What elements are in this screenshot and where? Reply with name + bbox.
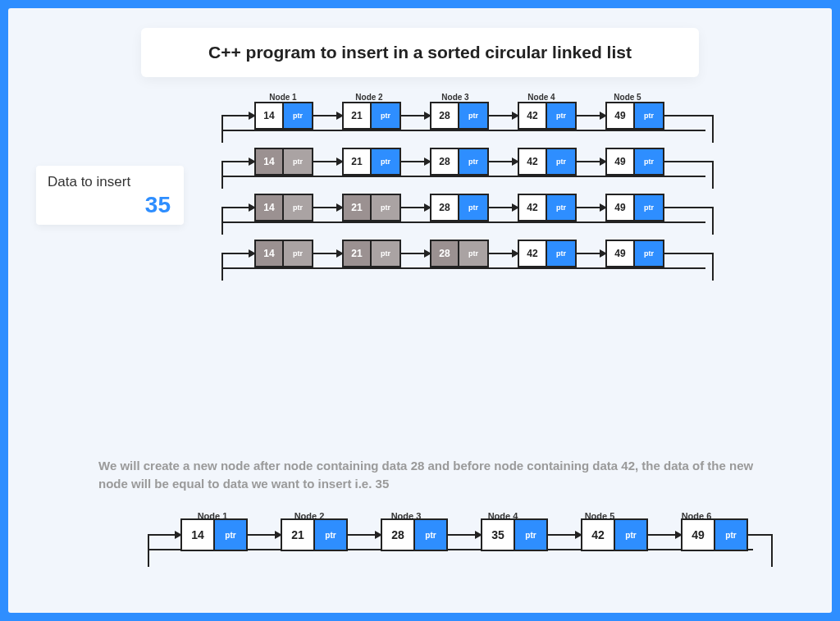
node: 49ptr xyxy=(605,194,664,221)
node-ptr: ptr xyxy=(547,149,575,174)
node-data: 42 xyxy=(519,241,547,266)
loop-bottom xyxy=(221,221,705,223)
node-ptr: ptr xyxy=(547,103,575,128)
node: 14ptr xyxy=(254,148,313,176)
list-row: Node 1Node 2Node 3Node 4Node 514ptr21ptr… xyxy=(221,93,714,131)
node-ptr: ptr xyxy=(635,241,663,266)
arrow xyxy=(401,253,430,254)
loop-bottom xyxy=(221,130,705,131)
node: 21ptr xyxy=(281,518,348,551)
list-row: 14ptr21ptr28ptr42ptr49ptr xyxy=(221,194,714,223)
arrow xyxy=(401,161,430,162)
arrow xyxy=(577,161,605,162)
node-data: 49 xyxy=(607,195,635,220)
node-data: 28 xyxy=(431,195,459,220)
node-data: 14 xyxy=(256,195,284,220)
node-label: Node 4 xyxy=(513,93,570,102)
loop-lead-in xyxy=(221,115,254,143)
arrow xyxy=(577,115,605,116)
node-ptr: ptr xyxy=(547,195,575,220)
node-data: 49 xyxy=(682,520,715,550)
node-ptr: ptr xyxy=(715,520,746,550)
arrow xyxy=(448,534,481,536)
node: 28ptr xyxy=(381,518,448,551)
node: 28ptr xyxy=(430,240,489,267)
node: 49ptr xyxy=(605,102,664,130)
description-text: We will create a new node after node con… xyxy=(98,457,755,493)
arrow xyxy=(248,534,281,536)
node: 28ptr xyxy=(430,148,489,176)
node-data: 21 xyxy=(282,520,315,550)
arrow xyxy=(313,207,342,208)
node-data: 21 xyxy=(344,149,372,174)
node-ptr: ptr xyxy=(372,241,399,266)
node-data: 21 xyxy=(344,195,372,220)
node-data: 14 xyxy=(256,103,284,128)
node-data: 28 xyxy=(431,103,459,128)
node-ptr: ptr xyxy=(215,520,246,550)
loop-lead-in xyxy=(221,207,254,235)
node: 14ptr xyxy=(254,102,313,130)
node: 21ptr xyxy=(342,194,401,221)
node-ptr: ptr xyxy=(284,241,312,266)
list-row: 14ptr21ptr28ptr42ptr49ptr xyxy=(221,148,714,177)
node: 21ptr xyxy=(342,240,401,267)
list-row: Node 1Node 2Node 3Node 4Node 5Node 614pt… xyxy=(148,511,773,550)
arrow xyxy=(548,534,581,536)
node: 21ptr xyxy=(342,102,401,130)
node: 49ptr xyxy=(681,518,748,551)
node-ptr: ptr xyxy=(284,103,312,128)
node-ptr: ptr xyxy=(284,195,312,220)
node-ptr: ptr xyxy=(459,241,487,266)
insert-data-card: Data to insert 35 xyxy=(36,166,184,225)
loop-lead-in xyxy=(148,534,180,567)
node: 14ptr xyxy=(180,518,248,551)
arrow xyxy=(489,115,518,116)
node-data: 49 xyxy=(607,241,635,266)
loop-tail xyxy=(748,534,773,567)
page-title: C++ program to insert in a sorted circul… xyxy=(141,28,699,77)
node-data: 14 xyxy=(256,149,284,174)
node-ptr: ptr xyxy=(372,149,399,174)
node: 42ptr xyxy=(518,240,577,267)
arrow xyxy=(313,115,342,116)
node-data: 21 xyxy=(344,241,372,266)
arrow xyxy=(348,534,381,536)
node-ptr: ptr xyxy=(459,103,487,128)
node-data: 42 xyxy=(582,520,615,550)
arrow xyxy=(313,161,342,162)
node-data: 28 xyxy=(431,241,459,266)
node: 14ptr xyxy=(254,240,313,267)
node-ptr: ptr xyxy=(615,520,646,550)
node-ptr: ptr xyxy=(635,103,663,128)
loop-tail xyxy=(664,115,714,143)
node: 28ptr xyxy=(430,194,489,221)
loop-lead-in xyxy=(221,161,254,189)
node-label: Node 5 xyxy=(599,93,656,102)
node-data: 42 xyxy=(519,149,547,174)
node-data: 28 xyxy=(431,149,459,174)
node: 21ptr xyxy=(342,148,401,176)
node-data: 35 xyxy=(482,520,515,550)
node-data: 42 xyxy=(519,103,547,128)
node-data: 21 xyxy=(344,103,372,128)
loop-lead-in xyxy=(221,253,254,281)
node-ptr: ptr xyxy=(547,241,575,266)
node-ptr: ptr xyxy=(515,520,546,550)
node-data: 42 xyxy=(519,195,547,220)
arrow xyxy=(489,207,518,208)
node: 42ptr xyxy=(581,518,648,551)
node-ptr: ptr xyxy=(284,149,312,174)
node: 35ptr xyxy=(481,518,548,551)
node: 42ptr xyxy=(518,194,577,221)
insert-value: 35 xyxy=(48,192,171,218)
node-ptr: ptr xyxy=(459,195,487,220)
node-ptr: ptr xyxy=(635,149,663,174)
node-data: 49 xyxy=(607,103,635,128)
node: 49ptr xyxy=(605,148,664,176)
arrow xyxy=(577,253,605,254)
node-ptr: ptr xyxy=(415,520,446,550)
loop-tail xyxy=(664,253,714,281)
node-label: Node 3 xyxy=(427,93,484,102)
insert-label: Data to insert xyxy=(48,174,171,190)
